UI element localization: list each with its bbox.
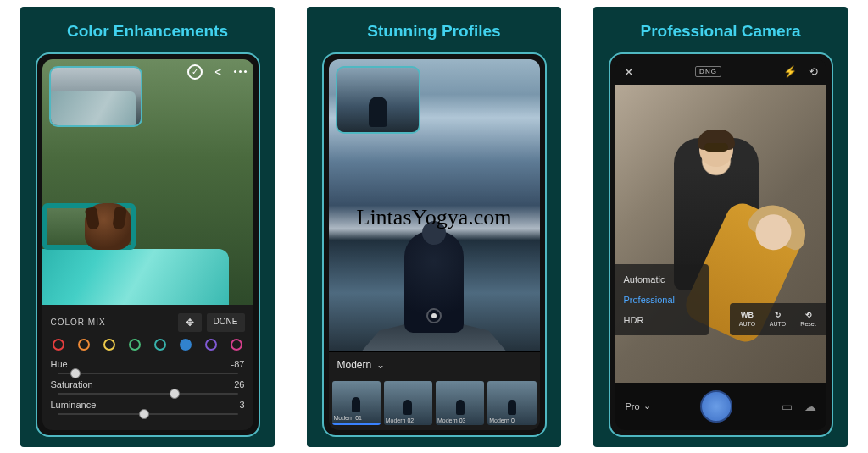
hue-value: -87 [226,359,245,369]
camera-mode-professional[interactable]: Professional [615,290,709,310]
more-icon[interactable] [234,70,247,73]
phone-frame: ✕ DNG ⚡ ⟲ Automatic [609,52,833,437]
phone-frame: Modern ⌄ Modern 01Modern 02Modern 03Mode… [322,52,547,437]
chevron-down-icon: ⌄ [376,359,385,371]
approve-icon[interactable]: ✓ [187,64,203,80]
panel-professional-camera: Professional Camera ✕ DNG ⚡ ⟲ [593,7,848,447]
gallery-icon[interactable]: ▭ [782,400,793,413]
profile-thumb[interactable]: Modern 01 [332,381,381,425]
saturation-value: 26 [226,379,245,389]
share-icon[interactable]: < [214,65,221,79]
color-swatch[interactable] [180,339,192,351]
color-mix-panel: COLOR MIX ✥ DONE Hue -87 [42,305,253,430]
editor-topbar: ✓ < [187,64,246,80]
color-mix-label: COLOR MIX [51,318,106,327]
profile-thumb-row: Modern 01Modern 02Modern 03Modern 0 [329,378,540,430]
color-swatch[interactable] [103,339,115,351]
camera-mode-picker[interactable]: Pro ⌄ [626,401,651,412]
profile-thumb-label: Modern 01 [334,415,362,421]
panel-title: Color Enhancements [67,22,228,41]
color-swatch[interactable] [205,339,217,351]
quick-bottom-label: AUTO [739,321,755,327]
camera-bottom-bar: Pro ⌄ ▭ ☁ [615,383,826,430]
saturation-slider[interactable]: Saturation 26 [51,379,245,395]
profile-thumb-label: Modern 02 [386,417,414,423]
camera-viewfinder[interactable]: Automatic Professional HDR WBAUTO↻AUTO⟲R… [615,85,826,383]
camera-quick-button[interactable]: ⟲Reset [794,307,823,332]
done-button[interactable]: DONE [207,313,245,332]
profile-main-image[interactable] [329,59,540,351]
phone-screen: ✕ DNG ⚡ ⟲ Automatic [615,59,826,430]
camera-quick-settings: WBAUTO↻AUTO⟲Reset [730,303,826,335]
camera-mode-menu: Automatic Professional HDR [615,264,709,335]
camera-quick-button[interactable]: ↻AUTO [764,307,793,332]
app-screenshots-stage: Color Enhancements ✓ < [0,0,868,453]
color-swatch[interactable] [154,339,166,351]
camera-mode-hdr[interactable]: HDR [615,310,709,330]
profile-thumb[interactable]: Modern 0 [487,381,536,425]
camera-mode-automatic[interactable]: Automatic [615,269,709,290]
quick-top-label: ⟲ [805,311,812,319]
original-thumbnail[interactable] [336,66,420,134]
camera-mode-label: Pro [626,401,640,412]
profile-dropdown[interactable]: Modern ⌄ [329,351,540,378]
phone-frame: ✓ < COLOR MIX ✥ DONE [36,52,260,437]
dng-badge[interactable]: DNG [695,66,721,77]
quick-bottom-label: Reset [800,321,815,327]
center-target-icon[interactable] [426,308,442,323]
panel-stunning-profiles: Stunning Profiles Modern ⌄ Modern 01Mode… [307,7,561,447]
panel-title: Stunning Profiles [367,22,500,41]
quick-bottom-label: AUTO [770,321,786,327]
panel-color-enhancements: Color Enhancements ✓ < [20,7,275,447]
editor-main-image[interactable]: ✓ < [42,59,253,305]
profile-thumb[interactable]: Modern 02 [384,381,432,425]
profile-thumb-label: Modern 03 [437,417,465,423]
profile-dropdown-label: Modern [337,359,372,371]
camera-flip-icon[interactable]: ⟲ [809,65,818,78]
color-swatch[interactable] [53,339,64,351]
cloud-icon[interactable]: ☁ [804,400,816,413]
color-swatch-row [53,339,243,351]
color-swatch[interactable] [78,339,90,351]
quick-top-label: ↻ [775,311,782,319]
luminance-value: -3 [226,400,245,410]
chevron-down-icon: ⌄ [643,401,651,412]
profile-thumb[interactable]: Modern 03 [436,381,484,425]
close-icon[interactable]: ✕ [624,65,634,79]
color-picker-button[interactable]: ✥ [178,313,202,332]
camera-quick-button[interactable]: WBAUTO [733,307,762,332]
panel-title: Professional Camera [640,22,800,41]
photo-truck [42,195,229,305]
luminance-label: Luminance [51,400,102,410]
phone-screen: Modern ⌄ Modern 01Modern 02Modern 03Mode… [329,59,540,430]
before-thumbnail[interactable] [49,66,142,127]
luminance-slider[interactable]: Luminance -3 [51,400,245,415]
hue-slider[interactable]: Hue -87 [51,359,245,374]
camera-topbar: ✕ DNG ⚡ ⟲ [615,59,826,85]
color-swatch[interactable] [129,339,141,351]
color-swatch[interactable] [231,339,242,351]
saturation-label: Saturation [51,379,102,389]
flash-icon[interactable]: ⚡ [783,65,797,78]
profile-thumb-label: Modern 0 [489,417,515,423]
quick-top-label: WB [741,311,754,319]
phone-screen: ✓ < COLOR MIX ✥ DONE [42,59,253,430]
shutter-button[interactable] [700,390,732,423]
